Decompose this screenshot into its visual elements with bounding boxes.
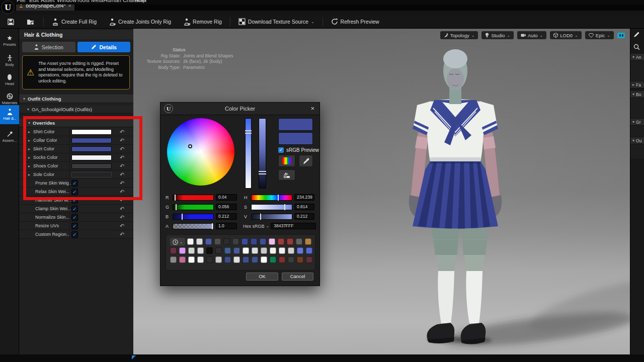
color-swatch[interactable]	[187, 238, 194, 245]
create-full-rig-button[interactable]: Create Full Rig	[48, 16, 101, 28]
menu-edit[interactable]: Edit	[29, 0, 39, 5]
download-texture-source-button[interactable]: Download Texture Source ⌄	[234, 16, 318, 28]
checkbox-checked[interactable]: ✓	[71, 231, 78, 238]
color-swatch[interactable]	[252, 247, 258, 254]
reset-icon[interactable]: ↶	[120, 206, 124, 211]
color-spectrum-button[interactable]	[278, 155, 295, 167]
browse-asset-button[interactable]	[23, 16, 39, 28]
blue-slider[interactable]	[173, 214, 214, 220]
color-swatch[interactable]	[252, 256, 258, 263]
reset-icon[interactable]: ↶	[120, 232, 124, 237]
color-swatch[interactable]	[261, 247, 267, 254]
color-swatch[interactable]	[243, 256, 249, 263]
rail-item-presets[interactable]: ★ Presets	[0, 32, 19, 50]
color-swatch[interactable]	[170, 247, 177, 254]
color-swatch[interactable]	[270, 247, 276, 254]
color-swatch[interactable]	[306, 247, 312, 254]
color-swatch[interactable]	[270, 256, 276, 263]
color-swatch[interactable]	[224, 256, 231, 263]
rail-item-hair-and-clothing[interactable]: Hair &..	[0, 105, 19, 124]
color-swatch[interactable]	[297, 247, 303, 254]
create-joints-only-rig-button[interactable]: Create Joints Only Rig	[105, 16, 175, 28]
color-swatch[interactable]	[261, 256, 267, 263]
edit-pencil-icon[interactable]	[633, 31, 640, 38]
value-slider-h[interactable]	[251, 214, 292, 220]
menu-window[interactable]: Window	[57, 0, 76, 5]
menu-file[interactable]: File	[17, 0, 26, 5]
section-outfit-clothing[interactable]: ▾ Outfit Clothing	[19, 95, 133, 103]
hue-saturation-wheel[interactable]	[167, 118, 234, 186]
rail-item-body[interactable]: Body	[0, 51, 19, 70]
color-swatch[interactable]	[215, 256, 222, 263]
color-themes-button[interactable]	[278, 169, 295, 180]
color-swatch[interactable]	[197, 247, 204, 254]
search-icon[interactable]	[633, 44, 640, 50]
eyedropper-button[interactable]	[299, 155, 313, 167]
color-swatch[interactable]	[223, 238, 230, 245]
value-slider[interactable]	[259, 118, 266, 189]
tree-item[interactable]: ▾ Gr	[630, 119, 644, 126]
color-swatch[interactable]	[297, 256, 303, 263]
alpha-slider[interactable]	[173, 223, 214, 229]
color-swatch[interactable]	[206, 256, 213, 263]
remove-rig-button[interactable]: Remove Rig	[179, 16, 226, 28]
color-swatch[interactable]	[206, 247, 213, 254]
srgb-preview-toggle[interactable]: ✓ sRGB Preview	[278, 147, 319, 153]
color-swatch[interactable]	[296, 238, 302, 245]
color-swatch[interactable]	[288, 256, 294, 263]
wheel-marker[interactable]	[188, 144, 192, 148]
ok-button[interactable]: OK	[246, 273, 278, 281]
slider-handle[interactable]	[259, 171, 266, 174]
rail-item-head[interactable]: Head	[0, 70, 19, 89]
color-swatch[interactable]	[188, 256, 195, 263]
row-outfit-asset[interactable]: ▾ OA_SchoolgirlOutfit (Outfits)	[19, 106, 133, 114]
red-slider[interactable]	[173, 195, 214, 201]
color-swatch[interactable]	[233, 256, 240, 263]
color-swatch[interactable]	[279, 247, 285, 254]
rail-item-assemble[interactable]: Assem...	[0, 127, 19, 146]
color-swatch[interactable]	[251, 238, 257, 245]
h-value-field[interactable]: 234.239	[294, 194, 314, 201]
s-value-field[interactable]: 0.814	[294, 204, 314, 210]
color-swatch[interactable]	[196, 238, 203, 245]
checkbox-checked[interactable]: ✓	[71, 206, 78, 212]
save-button[interactable]	[3, 16, 19, 28]
color-swatch[interactable]	[242, 238, 248, 245]
reset-icon[interactable]: ↶	[120, 215, 124, 220]
color-swatch[interactable]	[260, 238, 266, 245]
color-swatch[interactable]	[205, 238, 212, 245]
dialog-titlebar[interactable]: U Color Picker ×	[160, 103, 319, 115]
color-swatch[interactable]	[278, 238, 284, 245]
color-swatch[interactable]	[170, 256, 177, 263]
slider-handle[interactable]	[245, 130, 252, 134]
g-value-field[interactable]: 0.056	[216, 204, 237, 210]
color-swatch[interactable]	[224, 247, 231, 254]
hue-slider[interactable]	[251, 195, 292, 201]
checkbox-checked[interactable]: ✓	[71, 223, 78, 229]
tab-details[interactable]: Details	[77, 42, 131, 52]
checkbox-checked[interactable]: ✓	[71, 214, 78, 221]
tree-item[interactable]: ▸ Fa	[630, 81, 644, 88]
tree-item[interactable]: ▾ Bo	[630, 91, 644, 98]
color-swatch[interactable]	[188, 247, 195, 254]
tree-item[interactable]: ▾ An	[630, 54, 644, 61]
tree-item[interactable]: ▾ Ou	[630, 137, 644, 144]
color-swatch[interactable]	[232, 238, 239, 245]
color-swatch[interactable]	[215, 247, 222, 254]
chevron-down-icon[interactable]: ⌄	[266, 224, 270, 228]
green-slider[interactable]	[173, 204, 214, 210]
menu-help[interactable]: Help	[134, 0, 146, 5]
r-value-field[interactable]: 0.04	[216, 194, 237, 201]
a-value-field[interactable]: 1.0	[216, 223, 237, 229]
color-swatch[interactable]	[279, 256, 285, 263]
color-swatch[interactable]	[214, 238, 221, 245]
saturation-slider-h[interactable]	[251, 204, 292, 210]
color-swatch[interactable]	[288, 247, 294, 254]
color-swatch[interactable]	[197, 256, 204, 263]
menu-tools[interactable]: Tools	[76, 0, 90, 5]
tab-selection[interactable]: Selection	[22, 42, 75, 52]
color-swatch[interactable]	[179, 256, 186, 263]
v-value-field[interactable]: 0.212	[294, 213, 314, 220]
color-swatch[interactable]	[243, 247, 249, 254]
color-swatch[interactable]	[305, 238, 311, 245]
